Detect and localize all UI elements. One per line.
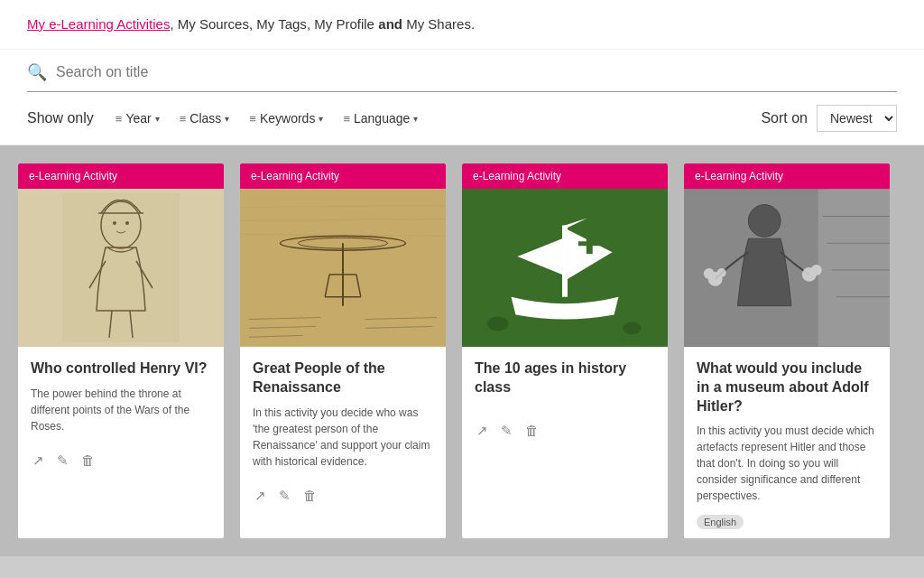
svg-point-29 (487, 317, 509, 331)
language-filter-label: Language (354, 111, 410, 126)
search-icon: 🔍 (27, 62, 47, 82)
search-section: 🔍 (0, 50, 924, 92)
svg-rect-33 (818, 190, 890, 346)
show-only-label: Show only (27, 110, 94, 126)
language-filter-button[interactable]: ≡ Language ▾ (336, 107, 425, 129)
card-henry-actions: ↗ ✎ 🗑 (18, 443, 224, 481)
card-museum-title: What would you include in a museum about… (697, 359, 877, 415)
filter-bar: Show only ≡ Year ▾ ≡ Class ▾ ≡ Keywords … (0, 92, 924, 145)
filter-left: Show only ≡ Year ▾ ≡ Class ▾ ≡ Keywords … (27, 107, 425, 129)
card-history: e-Learning Activity (462, 163, 668, 538)
card-museum-desc: In this activity you must decide which a… (697, 423, 877, 504)
card-renaissance-body: Great People of the Renaissance In this … (240, 347, 446, 479)
card-renaissance-delete-button[interactable]: 🗑 (301, 486, 319, 505)
card-renaissance-share-button[interactable]: ↗ (253, 486, 268, 506)
svg-point-40 (704, 268, 715, 279)
nav-my-profile[interactable]: My Profile (314, 16, 374, 32)
keywords-filter-label: Keywords (260, 111, 315, 126)
sort-on-label: Sort on (761, 110, 808, 126)
class-list-icon: ≡ (180, 112, 187, 126)
year-list-icon: ≡ (116, 112, 123, 126)
cards-area: e-Learning Activity (0, 145, 924, 556)
svg-rect-0 (62, 193, 180, 342)
card-renaissance-actions: ↗ ✎ 🗑 (240, 479, 446, 517)
card-henry-body: Who controlled Henry VI? The power behin… (18, 347, 224, 443)
nav-my-shares[interactable]: My Shares (406, 16, 471, 32)
nav-my-elearning[interactable]: My e-Learning Activities (27, 16, 170, 32)
card-renaissance-image (240, 189, 446, 347)
card-renaissance-badge: e-Learning Activity (240, 163, 446, 189)
card-henry-desc: The power behind the throne at different… (31, 386, 211, 434)
language-chevron-icon: ▾ (413, 114, 418, 124)
keywords-filter-button[interactable]: ≡ Keywords ▾ (242, 107, 330, 129)
class-filter-button[interactable]: ≡ Class ▾ (172, 107, 237, 129)
class-filter-label: Class (189, 111, 221, 126)
sort-section: Sort on Newest (761, 105, 897, 132)
card-history-share-button[interactable]: ↗ (475, 421, 490, 441)
card-renaissance: e-Learning Activity (240, 163, 446, 538)
card-history-image (462, 189, 668, 347)
top-nav: My e-Learning Activities, My Sources, My… (0, 0, 924, 50)
card-history-actions: ↗ ✎ 🗑 (462, 414, 668, 452)
class-chevron-icon: ▾ (225, 114, 229, 124)
card-museum-tag: English (697, 515, 744, 529)
language-list-icon: ≡ (343, 112, 350, 126)
card-history-title: The 10 ages in history class (475, 359, 655, 397)
card-henry-badge: e-Learning Activity (18, 163, 224, 189)
keywords-list-icon: ≡ (249, 112, 256, 126)
svg-point-30 (623, 322, 641, 334)
svg-point-7 (113, 221, 116, 225)
search-input[interactable] (56, 64, 897, 80)
svg-point-38 (748, 205, 781, 238)
card-renaissance-title: Great People of the Renaissance (253, 359, 433, 397)
card-henry-delete-button[interactable]: 🗑 (79, 451, 97, 470)
card-museum-body: What would you include in a museum about… (684, 347, 890, 513)
card-history-body: The 10 ages in history class (462, 347, 668, 414)
card-henry-title: Who controlled Henry VI? (31, 359, 211, 378)
svg-point-43 (811, 265, 822, 275)
card-museum-badge: e-Learning Activity (684, 163, 890, 189)
card-history-delete-button[interactable]: 🗑 (523, 421, 541, 440)
year-filter-label: Year (125, 111, 151, 126)
nav-my-tags[interactable]: My Tags (256, 16, 307, 32)
card-renaissance-edit-button[interactable]: ✎ (277, 486, 292, 506)
card-museum: e-Learning Activity (684, 163, 890, 538)
svg-rect-26 (562, 225, 568, 296)
card-henry-share-button[interactable]: ↗ (31, 451, 46, 471)
card-history-edit-button[interactable]: ✎ (499, 421, 514, 441)
card-museum-image (684, 189, 890, 347)
card-history-badge: e-Learning Activity (462, 163, 668, 189)
svg-point-8 (125, 221, 129, 225)
keywords-chevron-icon: ▾ (319, 114, 323, 124)
card-henry-image (18, 189, 224, 347)
sort-select[interactable]: Newest (817, 105, 897, 132)
card-renaissance-desc: In this activity you decide who was 'the… (253, 405, 433, 470)
nav-my-sources[interactable]: My Sources (178, 16, 249, 32)
year-chevron-icon: ▾ (155, 114, 160, 124)
svg-point-41 (717, 268, 726, 277)
card-henry: e-Learning Activity (18, 163, 224, 538)
card-henry-edit-button[interactable]: ✎ (55, 451, 70, 471)
svg-rect-28 (587, 233, 593, 254)
year-filter-button[interactable]: ≡ Year ▾ (108, 107, 167, 129)
